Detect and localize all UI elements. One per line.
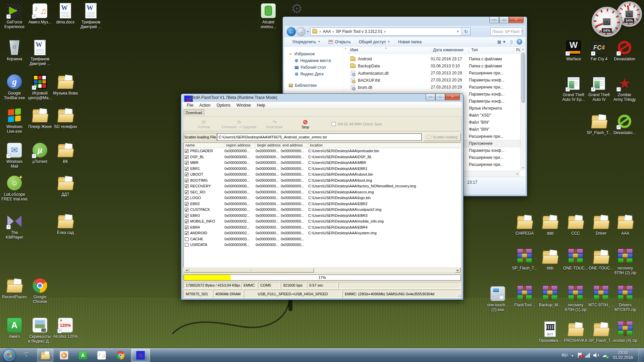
partition-row-uboot[interactable]: UBOOT0x000000000...0x00000000...0x000000… <box>184 172 461 178</box>
forward-button[interactable]: → <box>297 27 306 36</box>
col-begin[interactable]: begin address <box>256 143 281 148</box>
volume-icon[interactable] <box>593 353 599 358</box>
file-row-backupdata[interactable]: BackupData03.06.2013 0:10Папка с файлами <box>348 63 520 70</box>
file-row-android[interactable]: Android01.02.2016 23:17Папка с файлами <box>348 56 520 63</box>
nav-yandex-disk[interactable]: Яндекс.Диск <box>284 71 343 77</box>
column-name[interactable]: Имя <box>348 47 431 54</box>
clock[interactable]: 23:32 01.02.2016 <box>611 350 635 360</box>
network-signal-icon[interactable] <box>585 353 590 358</box>
partition-row-ebr1[interactable]: EBR10x000000000...0x00000000...0x0000000… <box>184 166 461 172</box>
action-center-flag-icon[interactable]: × <box>577 353 582 358</box>
taskbar-flashtool-active[interactable]: Ω <box>131 349 150 362</box>
desktop-icon-devastation[interactable]: ↗Devastation <box>610 40 639 61</box>
taskbar-windows-explorer[interactable] <box>37 349 53 362</box>
partition-row-custpack[interactable]: CUSTPACK0x000000000...0x00000000...0x000… <box>184 207 461 213</box>
partition-row-ebr3[interactable]: EBR30x000000002...0x00000000...0x0000000… <box>184 213 461 219</box>
desktop-icon-ёлка-сад[interactable]: Ёлка сад <box>51 213 80 235</box>
row-checkbox[interactable] <box>185 173 189 176</box>
scroll-right-icon[interactable]: ▸ <box>515 171 520 177</box>
row-checkbox[interactable] <box>185 190 189 194</box>
scroll-left-icon[interactable]: ◄ <box>184 268 189 273</box>
file-row-authentication.dll[interactable]: Authentication.dll27.03.2013 20:29Расшир… <box>348 70 520 77</box>
stop-button[interactable]: ⊘ Stop <box>292 119 318 129</box>
desktop-icon-recentplaces[interactable]: RecentPlaces <box>0 278 29 299</box>
partition-row-sec_ro[interactable]: SEC_RO0x000000000...0x00000000...0x00000… <box>184 189 461 195</box>
desktop-icon-grand-theft[interactable]: ↗Grand TheftAuto IV Ep... <box>559 75 588 102</box>
desktop-icon-zombie[interactable]: ★↗ZombieArmy Trilogy <box>610 75 639 102</box>
desktop-icon-bbb[interactable]: bbb <box>536 249 565 270</box>
desktop-icon-grand-theft[interactable]: ↗Grand TheftAuto IV <box>585 75 613 102</box>
desktop-icon-loiloscope[interactable]: ☺✦LoiLoScopeFREE trial.exe <box>0 175 29 201</box>
row-checkbox[interactable] <box>185 237 189 241</box>
desktop-icon-трифанов[interactable]: WТрифановДмитрий ... <box>76 3 105 29</box>
menu-options[interactable]: Options <box>214 102 233 108</box>
desktop-icon-амиго[interactable]: AАмиго <box>0 317 29 339</box>
desktop-icon-sd-телефон[interactable]: SD телефон <box>51 107 80 129</box>
taskbar-music-app[interactable]: ♪♫ <box>94 349 110 362</box>
desktop-icon-devastatio-[interactable]: ↗Devastatio... <box>610 113 639 135</box>
scroll-up-icon[interactable]: ▴ <box>521 47 526 52</box>
partition-row-mbr[interactable]: MBR0x000000000...0x00000000...0x00000000… <box>184 160 461 166</box>
address-dropdown-icon[interactable]: ▼ <box>454 30 462 33</box>
scrollbar-thumb[interactable] <box>521 53 525 103</box>
row-checkbox[interactable] <box>185 149 189 153</box>
desktop-icon-sp-flash-t-[interactable]: SP_Flash_T... <box>510 249 539 270</box>
preview-pane-button[interactable]: ▯ <box>510 40 513 44</box>
scrollbar-thumb[interactable] <box>190 268 314 273</box>
desktop-icon-прошивка-[interactable]: AVIПрошивка... <box>536 321 565 343</box>
partition-row-preloader[interactable]: PRELOADER0x000000000...0x00000000...0x00… <box>184 148 461 154</box>
desktop-icon-скриншоты[interactable]: Скриншотыв Яндекс.Д... <box>25 317 54 344</box>
desktop-icon-ddd[interactable]: ddd <box>536 214 565 236</box>
list-vertical-scrollbar[interactable]: ▴ ▾ <box>520 47 526 171</box>
views-button[interactable]: ▦ ▼ <box>497 40 506 44</box>
column-date[interactable]: Дата изменения <box>431 47 469 54</box>
maximize-button[interactable]: □ <box>435 94 445 100</box>
help-button[interactable]: ? <box>517 39 522 45</box>
taskbar-internet-explorer[interactable]: e <box>18 349 35 362</box>
close-button[interactable]: × <box>509 17 524 23</box>
desktop-icon-gear[interactable]: ⚙ <box>282 1 311 17</box>
desktop-icon-трифанов[interactable]: WТрифановДмитрий ... <box>25 40 54 66</box>
scroll-right-icon[interactable]: ► <box>455 268 461 273</box>
desktop-icon-windows[interactable]: WindowsLive.exe <box>0 107 29 134</box>
desktop-icon-sp-flash-t-[interactable]: SP_Flash_T... <box>585 113 613 135</box>
row-checkbox[interactable] <box>185 179 189 182</box>
partition-row-ebr2[interactable]: EBR20x000000000...0x00000000...0x0000000… <box>184 201 461 207</box>
share-button[interactable]: Общий доступ▼ <box>359 40 390 44</box>
search-box[interactable]: Поиск: SP Flash Tool v... <box>490 27 523 36</box>
menu-action[interactable]: Action <box>196 102 213 108</box>
nav-libraries[interactable]: Библиотеки <box>284 82 343 89</box>
row-checkbox[interactable] <box>185 243 189 247</box>
partition-row-recovery[interactable]: RECOVERY0x000000000...0x00000000...0x000… <box>184 183 461 189</box>
column-size[interactable]: Раз... <box>514 47 520 54</box>
download-button[interactable]: ↷ Download <box>261 119 287 129</box>
row-checkbox[interactable] <box>185 231 189 235</box>
desktop-icon-flashtool-[interactable]: FlashTool... <box>510 286 539 307</box>
desktop-icon-музыка-вова[interactable]: Музыка Вова <box>51 74 80 96</box>
desktop-icon-windows[interactable]: ✉↗WindowsMail <box>0 142 29 169</box>
desktop-icon-плеер-женя[interactable]: Плеер Женя <box>25 107 54 129</box>
column-type[interactable]: Тип <box>469 47 514 54</box>
row-checkbox[interactable] <box>185 161 189 165</box>
desktop-icon-warface[interactable]: W↗Warface <box>559 40 588 61</box>
desktop-icon-корзина[interactable]: ♻Корзина <box>0 40 29 61</box>
col-region[interactable]: region address <box>224 143 256 148</box>
desktop-icon-амиго-муз-[interactable]: ♪♫↗Амиго.Муз... <box>25 3 54 24</box>
breadcrumb-folder[interactable]: SP Flash Tool v 3.1312.01 <box>336 29 383 34</box>
desktop-icon-drivers[interactable]: DriversMTC970.zip <box>611 286 640 312</box>
desktop-icon-ccc[interactable]: CCC <box>561 214 590 236</box>
row-checkbox[interactable] <box>185 202 189 206</box>
row-checkbox[interactable] <box>185 196 189 200</box>
desktop-icon-the[interactable]: ↗TheKMPlayer <box>0 213 29 240</box>
menu-help[interactable]: Help <box>254 102 268 108</box>
tab-download[interactable]: Download <box>183 109 204 116</box>
desktop-icon-google[interactable]: gGoogleToolBar.exe <box>0 74 29 100</box>
partition-row-mobile_info[interactable]: MOBILE_INFO0x000000002...0x00000000...0x… <box>184 219 461 225</box>
desktop-icon-chipega[interactable]: CHIPEGA <box>510 214 539 236</box>
format-button[interactable]: ⟳ Format <box>191 119 217 129</box>
menu-window[interactable]: Window <box>233 102 254 108</box>
desktop-icon-google[interactable]: GoogleChrome <box>25 278 54 304</box>
close-button[interactable]: × <box>445 94 460 100</box>
desktop-icon-recovery[interactable]: recovery970H (2).zip <box>611 249 640 275</box>
address-bar[interactable]: ▸ AAA ▸ SP Flash Tool v 3.1312.01 ▸ ▼ <box>310 27 462 36</box>
